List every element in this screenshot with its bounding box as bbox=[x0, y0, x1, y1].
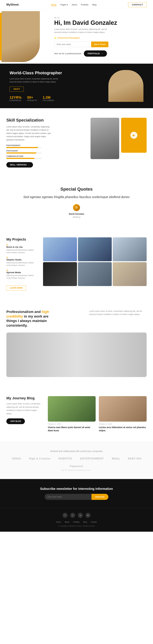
company-logo-6: BABY-HUI bbox=[128, 457, 141, 460]
footer-nav: Home About Portfolio Blog Contact bbox=[6, 521, 147, 523]
stat-experience-label: EXPERIENCE bbox=[10, 100, 22, 101]
skill-photography-fill bbox=[6, 147, 38, 148]
hero-name: Hi, Im David Gonzalez bbox=[54, 20, 147, 26]
company-logo-4: ENTERTAINMENT bbox=[80, 457, 104, 460]
nav-links: Home Pages ▾ About Portfolio Blog bbox=[51, 3, 96, 6]
quote-signature: David g bbox=[73, 216, 80, 218]
stat-experience: 12YR% EXPERIENCE bbox=[10, 96, 22, 101]
professionalism-section: Professionalism and high credibility in … bbox=[0, 300, 153, 377]
project-image-5 bbox=[78, 262, 112, 286]
project-2-desc: Adipiscing elit pellentesque habitas mor… bbox=[6, 262, 38, 267]
nav-portfolio[interactable]: Portfolio bbox=[81, 4, 89, 6]
skill-photography-label: PHOTOGRAPHY bbox=[6, 144, 84, 146]
prof-inner: Professionalism and high credibility in … bbox=[6, 310, 147, 328]
stat-projects: 50+ PROJECTS bbox=[27, 96, 37, 101]
list-item: 01 Boom & Lily Joa Adipiscing elit pelle… bbox=[6, 244, 38, 254]
footer-link-portfolio[interactable]: Portfolio bbox=[73, 521, 80, 523]
company-logo-7: Pataurent bbox=[70, 465, 83, 468]
visit-blog-button[interactable]: VISIT BLOG bbox=[6, 418, 25, 424]
about-content: World-Class Photographer Lorem ipsum dol… bbox=[10, 70, 102, 101]
linkedin-icon[interactable]: in bbox=[85, 513, 91, 518]
newsletter-form: Subscribe bbox=[45, 494, 108, 500]
hero-image-wrap bbox=[0, 10, 48, 64]
quote-author: D David Gonzalez David g bbox=[6, 204, 147, 218]
skill-communications-fill bbox=[6, 158, 34, 159]
skills-services-button[interactable]: SKILL / SERVICES bbox=[6, 162, 33, 168]
nav-about[interactable]: About bbox=[72, 4, 77, 6]
blog-post-2-image bbox=[99, 396, 147, 422]
stat-followers: 1.2M FOLLOWERS bbox=[43, 96, 54, 101]
newsletter-title: Subscribe newsletter for interesting inf… bbox=[6, 487, 147, 491]
blog-post-1: February 11, 2024 Viverra nam libero jus… bbox=[48, 396, 96, 432]
hero-badge: Professional Photographer bbox=[54, 37, 80, 39]
blog-section: My Journey Blog Lorem ipsum dolor sit am… bbox=[0, 386, 153, 442]
blog-post-1-image bbox=[48, 396, 96, 422]
hero-section: Hi, Im Hi, Im David Gonzalez Lorem ipsum… bbox=[0, 10, 153, 64]
nav-blog[interactable]: Blog bbox=[92, 4, 96, 6]
play-button[interactable]: ▶ bbox=[130, 132, 137, 139]
project-3-desc: Adipiscing elit pellentesque habitas mor… bbox=[6, 274, 38, 279]
skills-image-main bbox=[91, 118, 119, 159]
stat-followers-num: 1.2M bbox=[43, 96, 54, 100]
projects-list: My Projects 01 Boom & Lily Joa Adipiscin… bbox=[6, 237, 38, 290]
blog-post-2-title: Lectus arcu bibendum at varius vel phare… bbox=[99, 426, 147, 432]
skill-communications-label: COMMUNICATIONS bbox=[6, 156, 84, 157]
skill-photoshop: PHOTOSHOP bbox=[6, 150, 84, 154]
blog-post-1-title: Viverra nam libero justo laoreet sit ame… bbox=[48, 426, 96, 432]
hero-portfolio-button[interactable]: PORTFOLIO bbox=[84, 50, 107, 57]
hero-email-form: Get In Touch bbox=[54, 42, 108, 47]
facebook-icon[interactable]: f bbox=[62, 513, 68, 518]
stat-projects-num: 50+ bbox=[27, 96, 37, 100]
project-3-num: 03 bbox=[6, 270, 38, 271]
professionalism-description: Lorem ipsum dolor sit amet, consectetur … bbox=[89, 310, 147, 316]
skill-photoshop-label: PHOTOSHOP bbox=[6, 150, 84, 152]
blog-posts: February 11, 2024 Viverra nam libero jus… bbox=[48, 396, 147, 432]
company-logo-3: HUBPOTO bbox=[58, 457, 72, 460]
company-logo-1: YANAS bbox=[12, 457, 21, 460]
about-stats: 12YR% EXPERIENCE 50+ PROJECTS 1.2M FOLLO… bbox=[10, 96, 102, 101]
skills-description: Lorem ipsum dolor sit amet, consectetur … bbox=[6, 125, 51, 142]
project-2-num: 02 bbox=[6, 257, 38, 258]
company-logo-2: High & Creative bbox=[29, 457, 50, 460]
footer-link-contact[interactable]: Contact bbox=[91, 521, 97, 523]
quotes-title: Special Quotes bbox=[6, 186, 147, 192]
hero-person-image bbox=[2, 11, 40, 62]
list-item: 03 Sjyrinsk Media Adipiscing elit pellen… bbox=[6, 270, 38, 279]
footer-link-about[interactable]: About bbox=[65, 521, 69, 523]
professionalism-title: Professionalism and high credibility in … bbox=[6, 310, 51, 328]
project-1-desc: Adipiscing elit pellentesque habitas mor… bbox=[6, 249, 38, 254]
hero-hire-row: Hire me for a professional job PORTFOLIO bbox=[54, 50, 147, 57]
project-3-name: Sjyrinsk Media bbox=[6, 271, 38, 274]
companies-title: Worked and collaborated with world-class… bbox=[6, 450, 147, 452]
get-in-touch-button[interactable]: Get In Touch bbox=[91, 42, 108, 47]
blog-inner: My Journey Blog Lorem ipsum dolor sit am… bbox=[6, 396, 147, 432]
nav-home[interactable]: Home bbox=[51, 3, 57, 6]
projects-grid bbox=[43, 237, 147, 290]
hero-email-input[interactable] bbox=[54, 42, 91, 47]
project-1-num: 01 bbox=[6, 244, 38, 246]
nav-pages[interactable]: Pages ▾ bbox=[60, 4, 68, 6]
subscribe-button[interactable]: Subscribe bbox=[91, 494, 108, 500]
project-image-3 bbox=[113, 237, 147, 261]
learn-more-button[interactable]: LEARN MORE bbox=[6, 286, 26, 290]
project-image-4 bbox=[43, 262, 77, 286]
project-1-name: Boom & Lily Joa bbox=[6, 246, 38, 248]
twitter-icon[interactable]: t bbox=[70, 513, 75, 518]
footer-link-blog[interactable]: Blog bbox=[83, 521, 87, 523]
newsletter-input[interactable] bbox=[45, 494, 91, 500]
hero-greeting-small: Hi, Im bbox=[54, 16, 147, 19]
blog-left: My Journey Blog Lorem ipsum dolor sit am… bbox=[6, 396, 41, 424]
about-button[interactable]: ABOUT bbox=[10, 86, 24, 92]
youtube-icon[interactable]: y bbox=[78, 513, 83, 518]
about-person-image bbox=[108, 70, 143, 102]
project-2-name: Stephen Studio bbox=[6, 258, 38, 261]
stat-experience-num: 12YR% bbox=[10, 96, 22, 100]
footer-link-home[interactable]: Home bbox=[56, 521, 61, 523]
stat-followers-label: FOLLOWERS bbox=[43, 100, 54, 101]
about-section: World-Class Photographer Lorem ipsum dol… bbox=[0, 64, 153, 108]
contact-button[interactable]: CONTACT bbox=[128, 2, 147, 7]
skill-photoshop-fill bbox=[6, 152, 36, 154]
quotes-section: Special Quotes Sed egestas egestas fring… bbox=[0, 177, 153, 228]
newsletter-section: Subscribe newsletter for interesting inf… bbox=[0, 479, 153, 508]
footer-copyright: © Copyright by Whatever Studio - All rig… bbox=[6, 525, 147, 527]
